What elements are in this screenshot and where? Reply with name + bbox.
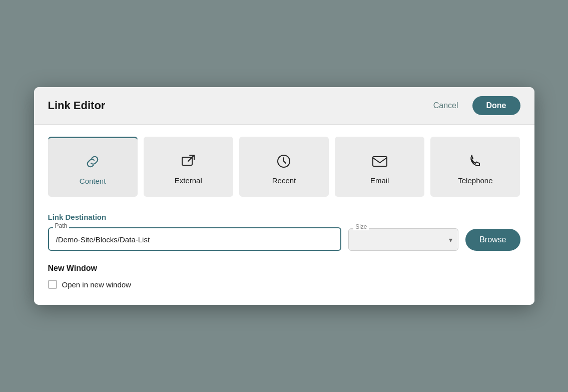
link-type-telephone[interactable]: Telephone — [430, 137, 520, 197]
link-type-telephone-label: Telephone — [458, 176, 492, 185]
size-field-wrap: Size ▾ — [348, 228, 458, 251]
header-actions: Cancel Done — [428, 96, 520, 115]
phone-icon — [466, 152, 484, 170]
new-window-checkbox-label[interactable]: Open in new window — [62, 280, 131, 289]
email-icon — [371, 152, 389, 170]
path-field-wrap: Path — [48, 227, 342, 251]
link-type-content[interactable]: Content — [48, 137, 138, 197]
browse-button[interactable]: Browse — [465, 229, 520, 251]
link-type-external-label: External — [175, 176, 202, 185]
link-type-content-label: Content — [80, 177, 106, 185]
link-destination-label: Link Destination — [48, 213, 520, 221]
modal-header: Link Editor Cancel Done — [34, 87, 534, 125]
link-type-email[interactable]: Email — [335, 137, 424, 197]
link-type-recent-label: Recent — [272, 176, 296, 185]
path-size-row: Path Size ▾ Browse — [48, 227, 520, 251]
link-type-recent[interactable]: Recent — [239, 137, 329, 197]
link-editor-modal: Link Editor Cancel Done Content — [34, 87, 534, 305]
svg-rect-2 — [373, 157, 387, 166]
path-legend: Path — [53, 222, 70, 229]
size-legend: Size — [353, 223, 369, 230]
modal-body: Content External — [34, 125, 534, 305]
path-input[interactable] — [48, 227, 342, 251]
new-window-section: New Window Open in new window — [48, 264, 520, 289]
modal-title: Link Editor — [48, 99, 106, 112]
link-destination-section: Link Destination Path Size ▾ Browse — [48, 213, 520, 251]
clock-icon — [275, 152, 293, 170]
new-window-checkbox[interactable] — [48, 280, 57, 289]
link-type-grid: Content External — [48, 137, 520, 197]
done-button[interactable]: Done — [472, 96, 520, 115]
link-type-external[interactable]: External — [144, 137, 233, 197]
external-icon — [179, 152, 197, 170]
size-select[interactable] — [348, 228, 458, 251]
cancel-button[interactable]: Cancel — [428, 98, 463, 113]
new-window-checkbox-row: Open in new window — [48, 280, 520, 289]
new-window-title: New Window — [48, 264, 520, 273]
link-type-email-label: Email — [370, 176, 389, 185]
link-icon — [84, 153, 102, 171]
